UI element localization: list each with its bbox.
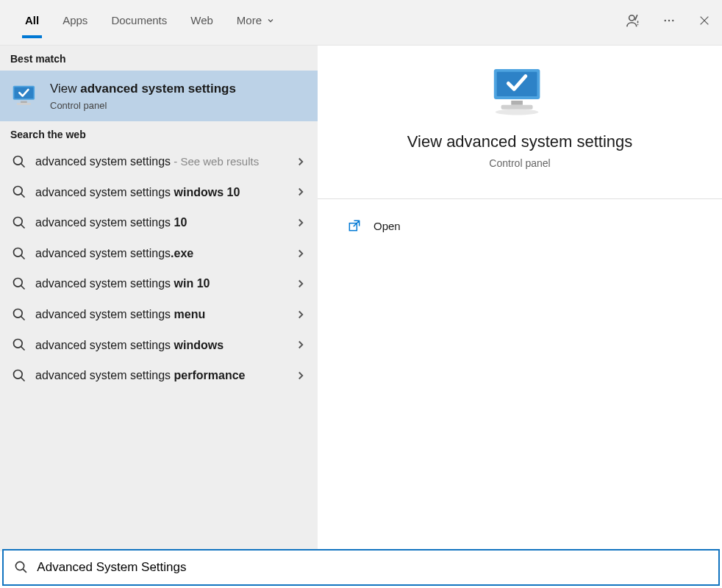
search-icon (12, 337, 26, 352)
web-result-text: advanced system settings.exe (35, 245, 285, 262)
search-icon (12, 276, 26, 291)
more-options-icon[interactable] (651, 7, 687, 39)
svg-line-33 (23, 569, 26, 573)
chevron-right-icon (294, 369, 307, 382)
divider (318, 198, 722, 199)
chevron-down-icon (266, 16, 275, 25)
best-match-result[interactable]: View advanced system settings Control pa… (0, 71, 318, 121)
search-icon (12, 154, 26, 169)
action-open[interactable]: Open (318, 211, 722, 240)
chevron-right-icon (294, 277, 307, 290)
tab-apps[interactable]: Apps (51, 7, 99, 38)
monitor-check-large-icon (488, 66, 551, 119)
svg-point-30 (496, 110, 539, 115)
svg-line-17 (21, 255, 25, 259)
web-result-item[interactable]: advanced system settings performance (0, 360, 318, 391)
web-result-text: advanced system settings performance (35, 368, 285, 384)
svg-point-14 (14, 218, 23, 226)
section-header-best-match: Best match (0, 46, 318, 71)
tab-web[interactable]: Web (179, 7, 225, 38)
svg-line-25 (21, 378, 25, 381)
web-result-item[interactable]: advanced system settings menu (0, 299, 318, 330)
svg-point-12 (14, 187, 23, 196)
svg-line-21 (21, 316, 25, 320)
svg-point-24 (14, 370, 23, 379)
svg-line-23 (21, 347, 25, 351)
detail-panel: View advanced system settings Control pa… (318, 46, 722, 551)
web-result-item[interactable]: advanced system settings windows (0, 330, 318, 361)
web-result-text: advanced system settings windows (35, 337, 285, 354)
svg-point-32 (15, 562, 24, 570)
svg-point-22 (14, 340, 23, 348)
chevron-right-icon (294, 155, 307, 168)
web-result-item[interactable]: advanced system settings win 10 (0, 268, 318, 299)
svg-rect-8 (21, 101, 27, 103)
search-icon (12, 246, 26, 261)
section-header-search-web: Search the web (0, 121, 318, 146)
chevron-right-icon (294, 338, 307, 351)
svg-point-18 (14, 279, 23, 287)
svg-line-13 (21, 194, 25, 198)
search-bar[interactable] (2, 549, 720, 586)
svg-line-15 (21, 225, 25, 229)
web-result-text: advanced system settings 10 (35, 215, 285, 231)
search-results-main: Best match View advanced system settings… (0, 46, 722, 551)
tab-all[interactable]: All (13, 7, 51, 38)
search-icon (12, 307, 26, 322)
web-result-text: advanced system settings menu (35, 306, 285, 323)
action-open-label: Open (373, 220, 401, 232)
svg-rect-7 (14, 87, 33, 98)
web-result-item[interactable]: advanced system settings.exe (0, 238, 318, 269)
svg-point-2 (668, 19, 670, 21)
svg-point-3 (672, 19, 673, 21)
search-icon (12, 215, 26, 230)
web-result-text: advanced system settings win 10 (35, 276, 285, 292)
svg-rect-29 (501, 105, 533, 110)
web-result-item[interactable]: advanced system settings - See web resul… (0, 146, 318, 177)
results-left-column: Best match View advanced system settings… (0, 46, 318, 551)
feedback-icon[interactable] (616, 5, 651, 40)
chevron-right-icon (294, 247, 307, 260)
chevron-right-icon (294, 216, 307, 229)
close-icon[interactable] (687, 7, 722, 38)
detail-hero: View advanced system settings Control pa… (318, 46, 722, 184)
search-icon (12, 368, 26, 383)
svg-point-20 (14, 309, 23, 318)
search-icon (14, 560, 28, 575)
chevron-right-icon (294, 185, 307, 198)
search-icon (12, 184, 26, 199)
search-input[interactable] (37, 560, 708, 575)
svg-line-11 (21, 163, 25, 167)
detail-subtitle: Control panel (347, 157, 693, 169)
best-match-subtitle: Control panel (50, 100, 236, 111)
web-result-item[interactable]: advanced system settings windows 10 (0, 177, 318, 208)
web-result-text: advanced system settings windows 10 (35, 184, 285, 201)
chevron-right-icon (294, 308, 307, 321)
svg-point-1 (665, 19, 666, 21)
svg-point-0 (629, 15, 635, 20)
svg-line-19 (21, 286, 25, 290)
web-result-item[interactable]: advanced system settings 10 (0, 207, 318, 238)
svg-point-10 (14, 156, 23, 165)
open-external-icon (347, 218, 362, 233)
svg-point-16 (14, 248, 23, 257)
tab-documents[interactable]: Documents (99, 7, 179, 38)
tab-more[interactable]: More (225, 7, 287, 38)
web-result-text: advanced system settings - See web resul… (35, 154, 285, 170)
best-match-title-bold: advanced system settings (80, 82, 236, 96)
monitor-check-icon (12, 85, 40, 108)
search-tabs: All Apps Documents Web More (0, 0, 722, 46)
tab-more-label: More (237, 14, 262, 26)
detail-title: View advanced system settings (347, 132, 693, 151)
web-results-list: advanced system settings - See web resul… (0, 146, 318, 391)
best-match-title-prefix: View (50, 82, 80, 96)
svg-rect-28 (511, 101, 523, 105)
best-match-text: View advanced system settings Control pa… (50, 81, 236, 111)
svg-rect-9 (17, 103, 31, 105)
